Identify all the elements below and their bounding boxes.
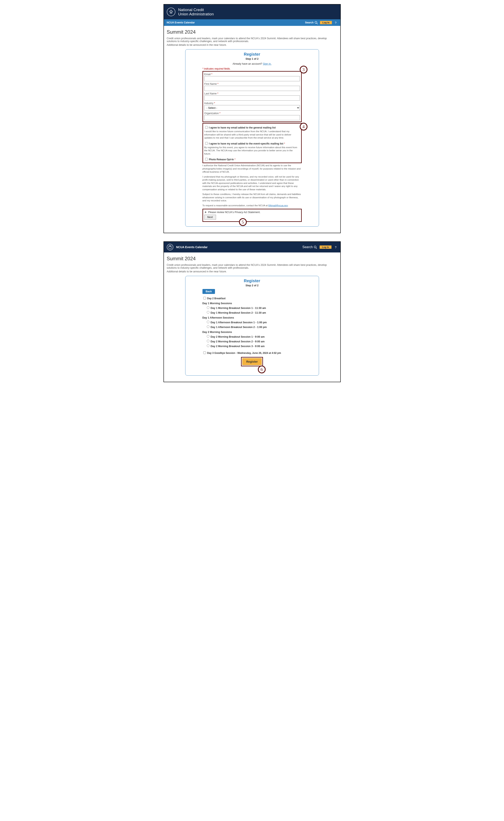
organization-field-group: Organization * xyxy=(204,112,300,120)
register-button[interactable]: Register xyxy=(242,358,262,365)
event-mailing-checkbox[interactable] xyxy=(205,142,208,145)
lastname-field-group: Last Name * xyxy=(204,92,300,101)
events-toolbar: NCUA Events Calendar Search Log In ? xyxy=(164,19,340,26)
next-button[interactable]: Next xyxy=(204,215,216,220)
intro-text-2: Additional details to be announced in th… xyxy=(167,43,337,46)
firstname-field-group: First Name * xyxy=(204,82,300,91)
register-heading: Register xyxy=(189,278,315,283)
group3-title: Day 2 Morning Sessions xyxy=(202,331,302,333)
g2-opt2-radio[interactable] xyxy=(207,325,209,328)
email-input[interactable] xyxy=(204,76,300,81)
firstname-input[interactable] xyxy=(204,86,300,91)
screenshot-step2: NCUA Events Calendar Search Log In ? Sum… xyxy=(163,241,341,382)
step-indicator: Step 1 of 2 xyxy=(189,57,315,60)
accommodation-line: To request a reasonable accommodation, c… xyxy=(202,204,302,207)
general-mailing-checkbox[interactable] xyxy=(205,126,208,129)
intro-text-1: Credit union professionals and leaders, … xyxy=(167,263,337,269)
svg-line-1 xyxy=(317,23,318,24)
photo-release-checkbox[interactable] xyxy=(205,158,208,160)
intro-text-2: Additional details to be announced in th… xyxy=(167,270,337,273)
page-title: Summit 2024 xyxy=(167,256,337,261)
toolbar-title[interactable]: NCUA Events Calendar xyxy=(176,245,208,249)
toolbar-title[interactable]: NCUA Events Calendar xyxy=(167,21,195,24)
annotated-consents-box: I agree to have my email added to the ge… xyxy=(202,123,302,163)
ncua-seal-icon xyxy=(167,8,175,16)
search-icon xyxy=(314,245,317,249)
register-panel-step1: Register Step 1 of 2 Already have an acc… xyxy=(185,49,319,227)
help-icon[interactable]: ? xyxy=(334,245,337,249)
svg-point-3 xyxy=(314,246,316,248)
g3-opt3-radio[interactable] xyxy=(207,344,209,347)
register-heading: Register xyxy=(189,52,315,57)
annotated-next-box: + Please review NCUA's Privacy Act State… xyxy=(202,209,302,222)
organization-input[interactable] xyxy=(204,115,300,120)
org-name: National Credit Union Administration xyxy=(178,8,214,16)
goodbye-session-checkbox[interactable] xyxy=(203,351,206,354)
login-button[interactable]: Log In xyxy=(320,245,332,249)
search-icon xyxy=(314,21,318,24)
ncua-seal-icon xyxy=(167,244,173,250)
page-title: Summit 2024 xyxy=(167,29,337,35)
g3-opt2-radio[interactable] xyxy=(207,340,209,342)
signin-prompt: Already have an account? Sign in. xyxy=(189,62,315,65)
accommodation-email-link[interactable]: RAmail@ncua.gov xyxy=(268,204,288,207)
signin-link[interactable]: Sign in. xyxy=(263,62,272,65)
lastname-input[interactable] xyxy=(204,95,300,101)
industry-field-group: Industry * - Select - xyxy=(204,102,300,111)
annotation-badge-3: 3 xyxy=(300,66,307,73)
register-panel-step2: Register Step 2 of 2 Back Day 2 Breakfas… xyxy=(185,276,319,375)
annotation-badge-5: 5 xyxy=(239,218,247,226)
annotated-register-outline: Register xyxy=(241,357,263,366)
g1-opt2-radio[interactable] xyxy=(207,311,209,313)
group1-title: Day 1 Morning Sessions xyxy=(202,302,302,305)
photo-release-p3: Subject to these conditions, I hereby re… xyxy=(202,193,302,202)
g1-opt1-radio[interactable] xyxy=(207,306,209,309)
back-button[interactable]: Back xyxy=(202,289,215,294)
global-header: National Credit Union Administration xyxy=(164,5,340,19)
privacy-expand-row[interactable]: + Please review NCUA's Privacy Act State… xyxy=(204,210,300,215)
industry-select[interactable]: - Select - xyxy=(204,105,300,111)
svg-line-4 xyxy=(316,247,317,248)
plus-icon: + xyxy=(205,211,207,214)
step-indicator: Step 2 of 2 xyxy=(189,284,315,287)
login-button[interactable]: Log In xyxy=(320,21,332,24)
required-note: * indicates required fields. xyxy=(202,67,302,70)
intro-text-1: Credit union professionals and leaders, … xyxy=(167,37,337,43)
photo-release-p2: I understand that my photograph or liken… xyxy=(202,175,302,191)
search-button[interactable]: Search xyxy=(302,245,317,249)
annotation-badge-4: 4 xyxy=(300,123,307,130)
g2-opt1-radio[interactable] xyxy=(207,320,209,323)
annotated-fields-box: Email * First Name * Last Name * Industr… xyxy=(202,71,302,122)
annotation-badge-6: 6 xyxy=(258,365,266,373)
group2-title: Day 1 Afternoon Sessions xyxy=(202,316,302,319)
svg-point-0 xyxy=(315,21,317,23)
g3-opt1-radio[interactable] xyxy=(207,335,209,337)
help-icon[interactable]: ? xyxy=(334,21,337,24)
screenshot-step1: National Credit Union Administration NCU… xyxy=(163,4,341,233)
email-field-group: Email * xyxy=(204,73,300,81)
global-header-compact: NCUA Events Calendar Search Log In ? xyxy=(164,242,340,252)
day2-breakfast-checkbox[interactable] xyxy=(203,297,206,299)
search-button[interactable]: Search xyxy=(305,21,318,24)
photo-release-p1: I authorize the National Credit Union Ad… xyxy=(202,164,302,174)
